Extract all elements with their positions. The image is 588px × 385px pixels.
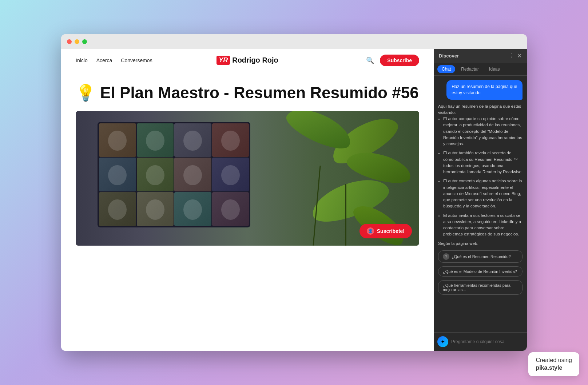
subscribe-button[interactable]: Subscribe <box>380 55 419 66</box>
meeting-cell <box>137 158 174 191</box>
meeting-cell <box>137 123 174 157</box>
browser-content: Inicio Acerca Conversemos YR Rodrigo Roj… <box>61 49 527 351</box>
subscribe-fab-icon: 👤 <box>367 227 374 235</box>
bot-bullet-3: El autor comenta algunas noticias sobre … <box>443 178 523 209</box>
discover-body: Haz un resumen de la página que estoy vi… <box>434 76 527 332</box>
discover-header: Discover ⋮ ✕ <box>434 49 527 63</box>
meeting-cell <box>137 192 174 226</box>
nav-link-conversemos[interactable]: Conversemos <box>121 57 152 63</box>
brand-logo: YR <box>216 56 230 65</box>
discover-tabs: Chat Redactar Ideas <box>434 63 527 76</box>
meeting-cell <box>212 158 249 191</box>
meeting-cell <box>174 158 211 191</box>
traffic-light-yellow[interactable] <box>75 39 79 44</box>
discover-title: Discover <box>439 53 459 59</box>
meeting-cell <box>212 192 249 226</box>
more-icon[interactable]: ⋮ <box>508 52 514 59</box>
bot-bullets: El autor comparte su opinión sobre cómo … <box>438 116 523 238</box>
discover-panel: Discover ⋮ ✕ Chat Redactar Ideas Haz un … <box>434 49 527 351</box>
webpage: Inicio Acerca Conversemos YR Rodrigo Roj… <box>61 49 434 351</box>
suggestion-label-3: ¿Qué herramientas recomiendas para mejor… <box>443 283 518 292</box>
tab-ideas[interactable]: Ideas <box>485 65 504 73</box>
suggestion-icon-1: ? <box>443 253 449 260</box>
meeting-cell <box>174 192 211 226</box>
meeting-grid <box>98 122 250 227</box>
bot-bullet-4: El autor invita a sus lectores a suscrib… <box>443 213 523 238</box>
suggestion-label-2: ¿Qué es el Modelo de Reunión Invertida? <box>443 269 517 274</box>
title-emoji: 💡 <box>76 84 96 102</box>
meeting-cell <box>99 158 136 191</box>
page-title: 💡 El Plan Maestro - Resumen Resumido #56 <box>76 84 419 102</box>
brand-name: Rodrigo Rojo <box>232 56 278 64</box>
discover-input[interactable] <box>451 339 523 344</box>
nav-links: Inicio Acerca Conversemos <box>76 57 190 63</box>
bot-bullet-1: El autor comparte su opinión sobre cómo … <box>443 116 523 147</box>
suggestion-label-1: ¿Qué es el Resumen Resumido? <box>452 254 511 259</box>
meeting-cell <box>212 123 249 157</box>
nav-actions: 🔍 Subscribe <box>305 55 419 66</box>
pika-watermark: Created using pika.style <box>528 352 579 376</box>
navigation: Inicio Acerca Conversemos YR Rodrigo Roj… <box>61 49 434 72</box>
tab-redactar[interactable]: Redactar <box>457 65 483 73</box>
discover-input-area: ✦ <box>434 332 527 351</box>
meeting-cell <box>99 123 136 157</box>
traffic-light-green[interactable] <box>82 39 87 44</box>
bot-bullet-2: El autor también revela el secreto de có… <box>443 150 523 175</box>
nav-brand: YR Rodrigo Rojo <box>190 56 305 65</box>
meeting-cell <box>99 192 136 226</box>
stem-1 <box>345 184 346 246</box>
suggestion-button-3[interactable]: ¿Qué herramientas recomiendas para mejor… <box>438 280 523 295</box>
hero-image: 👤 Suscríbete! <box>76 111 419 246</box>
bot-response: Aquí hay un resumen de la página que est… <box>438 103 523 247</box>
suggestion-button-2[interactable]: ¿Qué es el Modelo de Reunión Invertida? <box>438 266 523 277</box>
nav-link-acerca[interactable]: Acerca <box>96 57 112 63</box>
user-message: Haz un resumen de la página que estoy vi… <box>446 80 523 100</box>
title-text: El Plan Maestro - Resumen Resumido #56 <box>100 84 418 102</box>
browser-titlebar <box>61 34 527 49</box>
pika-line1: Created using <box>536 357 572 363</box>
browser-window: Inicio Acerca Conversemos YR Rodrigo Roj… <box>61 34 527 351</box>
meeting-cell <box>174 123 211 157</box>
bot-intro: Aquí hay un resumen de la página que est… <box>438 103 523 116</box>
main-content: 💡 El Plan Maestro - Resumen Resumido #56 <box>61 72 434 351</box>
bot-footer: Según la página web. <box>438 241 523 247</box>
close-icon[interactable]: ✕ <box>517 52 522 59</box>
discover-input-icon: ✦ <box>437 336 448 347</box>
tab-chat[interactable]: Chat <box>437 65 455 73</box>
suggestion-button-1[interactable]: ? ¿Qué es el Resumen Resumido? <box>438 250 523 263</box>
discover-header-actions: ⋮ ✕ <box>508 52 522 59</box>
pika-line2: pika.style <box>536 365 562 371</box>
subscribe-fab-label: Suscríbete! <box>377 228 405 234</box>
nav-link-inicio[interactable]: Inicio <box>76 57 88 63</box>
search-icon[interactable]: 🔍 <box>366 56 374 64</box>
subscribe-fab-button[interactable]: 👤 Suscríbete! <box>359 224 412 238</box>
pika-watermark-text: Created using pika.style <box>536 357 572 372</box>
traffic-light-red[interactable] <box>67 39 72 44</box>
